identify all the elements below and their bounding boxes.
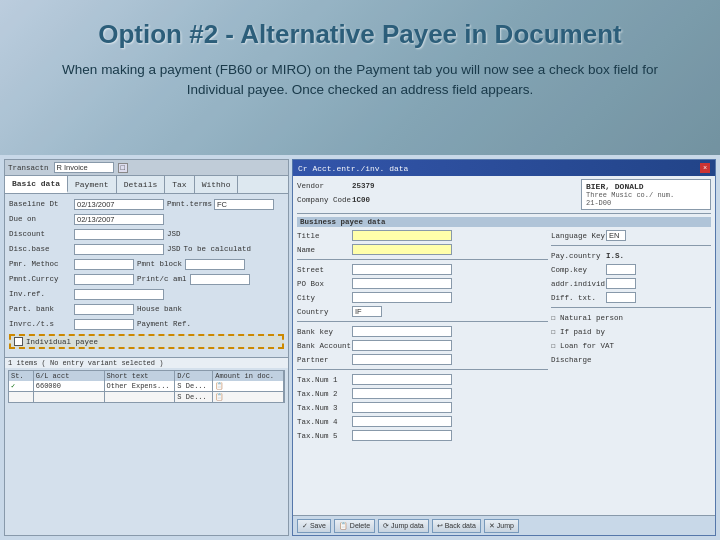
toolbar-btn[interactable]: □ — [118, 163, 129, 173]
street-row: Street — [297, 263, 548, 276]
tax1-input[interactable] — [352, 374, 452, 385]
payment-ref-text: Payment Ref. — [137, 320, 191, 328]
comp-key-row: Comp.key — [551, 263, 711, 276]
addr-indiv-row: addr.individ. — [551, 277, 711, 290]
tax1-label: Tax.Num 1 — [297, 376, 352, 384]
city-input[interactable] — [352, 292, 452, 303]
delete-button[interactable]: 📋 Delete — [334, 519, 375, 533]
bank-account-input[interactable] — [352, 340, 452, 351]
lang-key-input[interactable] — [606, 230, 626, 241]
row1-dc: S De... — [175, 381, 213, 391]
tab-withho[interactable]: Withho — [195, 176, 239, 193]
due-on-input[interactable] — [74, 214, 164, 225]
loan-for-vat-row: ☐ Loan for VAT — [551, 339, 711, 352]
comp-key-input[interactable] — [606, 264, 636, 275]
payee-left-col: Title Name Street PO Box — [297, 229, 548, 443]
vendor-num-label: Vendor — [297, 182, 352, 190]
vendor-name: BIER, DONALD — [586, 182, 706, 191]
tab-payment[interactable]: Payment — [68, 176, 117, 193]
printc-aml-input[interactable] — [190, 274, 250, 285]
sap-toolbar: Transactn □ — [5, 160, 288, 176]
name-label: Name — [297, 246, 352, 254]
tab-details[interactable]: Details — [117, 176, 166, 193]
discount-row: Discount JSD — [9, 227, 284, 241]
vendor-info-right: BIER, DONALD Three Music co./ num. 21-D0… — [581, 179, 711, 210]
divider2 — [297, 259, 548, 260]
comp-key-label: Comp.key — [551, 266, 606, 274]
vendor-info-row: Vendor 25379 Company Code 1C00 BIER, DON… — [297, 179, 711, 210]
tax2-input[interactable] — [352, 388, 452, 399]
alt-payee-dialog: Cr Acct.entr./inv. data × Vendor 25379 C… — [292, 159, 716, 536]
table-header: St. G/L acct Short text D/C Amount in do… — [8, 370, 285, 381]
tab-tax[interactable]: Tax — [165, 176, 194, 193]
tab-basic-data[interactable]: Basic data — [5, 176, 68, 193]
tax3-input[interactable] — [352, 402, 452, 413]
row1-short: Other Expens... — [105, 381, 176, 391]
bank-key-input[interactable] — [352, 326, 452, 337]
street-input[interactable] — [352, 264, 452, 275]
divider5 — [551, 245, 711, 246]
addr-indiv-label: addr.individ. — [551, 280, 606, 288]
col-gl-acct: G/L acct — [34, 371, 105, 381]
row2-amount: 📋 — [213, 392, 284, 402]
partner-input[interactable] — [352, 354, 452, 365]
diff-txt-input[interactable] — [606, 292, 636, 303]
discharge-row: Discharge — [551, 353, 711, 366]
po-box-input[interactable] — [352, 278, 452, 289]
diff-txt-label: Diff. txt. — [551, 294, 606, 302]
vendor-num-value: 25379 — [352, 182, 375, 190]
divider4 — [297, 369, 548, 370]
pmnt-currcy-input[interactable] — [74, 274, 134, 285]
name-row: Name — [297, 243, 548, 256]
individual-payee-row[interactable]: Individual payee — [9, 334, 284, 349]
tax4-input[interactable] — [352, 416, 452, 427]
pmnt-block-input[interactable] — [185, 259, 245, 270]
toolbar-input[interactable] — [54, 162, 114, 173]
lang-key-label: Language Key — [551, 232, 606, 240]
tax4-label: Tax.Num 4 — [297, 418, 352, 426]
addr-indiv-input[interactable] — [606, 278, 636, 289]
jump-button[interactable]: ✕ Jump — [484, 519, 519, 533]
if-paid-by-row: ☐ If paid by — [551, 325, 711, 338]
baseline-dt-input[interactable] — [74, 199, 164, 210]
discharge-label: Discharge — [551, 356, 592, 364]
po-box-label: PO Box — [297, 280, 352, 288]
discount-input[interactable] — [74, 229, 164, 240]
tax4-row: Tax.Num 4 — [297, 415, 548, 428]
company-code-row: Company Code 1C00 — [297, 193, 578, 206]
inv-ref-input[interactable] — [74, 289, 164, 300]
name-input[interactable] — [352, 244, 452, 255]
part-bank-row: Part. bank House bank — [9, 302, 284, 316]
pmnt-currcy-row: Pmnt.Currcy Print/c aml — [9, 272, 284, 286]
table-row[interactable]: S De... 📋 — [8, 392, 285, 403]
table-row[interactable]: ✓ 660000 Other Expens... S De... 📋 — [8, 381, 285, 392]
tax5-label: Tax.Num 5 — [297, 432, 352, 440]
discbase-input[interactable] — [74, 244, 164, 255]
country-input[interactable] — [352, 306, 382, 317]
individual-payee-label: Individual payee — [26, 338, 98, 346]
dialog-close-button[interactable]: × — [700, 163, 710, 173]
toolbar-label: Transactn — [8, 164, 49, 172]
save-button[interactable]: ✓ Save — [297, 519, 331, 533]
col-short-text: Short text — [105, 371, 176, 381]
pmnt-terms-label: Pmnt.terms — [167, 200, 212, 208]
bank-account-label: Bank Account — [297, 342, 352, 350]
part-bank-label: Part. bank — [9, 305, 74, 313]
pmr-methoc-input[interactable] — [74, 259, 134, 270]
pmnt-terms-input[interactable] — [214, 199, 274, 210]
jump-data-button[interactable]: ⟳ Jump data — [378, 519, 429, 533]
dialog-body: Vendor 25379 Company Code 1C00 BIER, DON… — [293, 176, 715, 515]
part-bank-input[interactable] — [74, 304, 134, 315]
tax5-input[interactable] — [352, 430, 452, 441]
country-row: Country — [297, 305, 548, 318]
vendor-num-row: Vendor 25379 — [297, 179, 578, 192]
pmr-methoc-row: Pmr. Methoc Pmnt block — [9, 257, 284, 271]
company-code-value: 1C00 — [352, 196, 370, 204]
title-input[interactable] — [352, 230, 452, 241]
back-data-button[interactable]: ↩ Back data — [432, 519, 481, 533]
col-amount: Amount in doc. — [213, 371, 284, 381]
invrct-input[interactable] — [74, 319, 134, 330]
city-row: City — [297, 291, 548, 304]
divider3 — [297, 321, 548, 322]
individual-payee-checkbox[interactable] — [14, 337, 23, 346]
